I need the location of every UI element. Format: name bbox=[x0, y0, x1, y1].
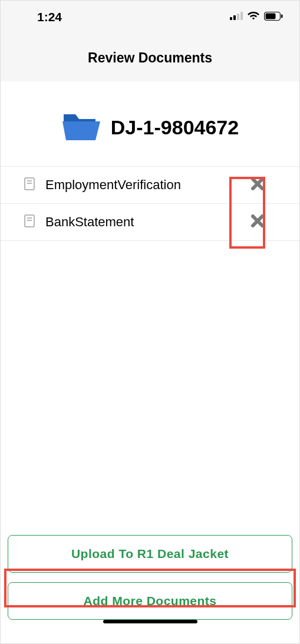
document-name: BankStatement bbox=[45, 214, 251, 230]
document-icon bbox=[24, 214, 35, 230]
folder-icon bbox=[61, 111, 100, 145]
folder-label: DJ-1-9804672 bbox=[111, 117, 239, 138]
delete-button[interactable] bbox=[251, 177, 264, 193]
svg-rect-0 bbox=[230, 17, 232, 20]
document-list: EmploymentVerification BankStatement bbox=[1, 166, 299, 241]
wifi-icon bbox=[248, 12, 259, 23]
add-more-button[interactable]: Add More Documents bbox=[8, 582, 292, 620]
cellular-icon bbox=[230, 12, 243, 22]
svg-rect-1 bbox=[233, 15, 236, 20]
document-name: EmploymentVerification bbox=[45, 177, 251, 193]
svg-rect-5 bbox=[266, 13, 276, 19]
status-time: 1:24 bbox=[37, 10, 62, 24]
document-row: EmploymentVerification bbox=[1, 167, 299, 204]
page-header: Review Documents bbox=[1, 34, 299, 81]
page-title: Review Documents bbox=[1, 50, 299, 66]
button-area: Upload To R1 Deal Jacket Add More Docume… bbox=[1, 535, 299, 629]
folder-section: DJ-1-9804672 bbox=[1, 111, 299, 166]
upload-button[interactable]: Upload To R1 Deal Jacket bbox=[8, 535, 292, 573]
svg-rect-7 bbox=[25, 178, 34, 190]
main-content: DJ-1-9804672 EmploymentVerification bbox=[1, 81, 299, 241]
document-icon bbox=[24, 177, 35, 193]
status-icons bbox=[230, 12, 283, 23]
battery-icon bbox=[264, 12, 283, 23]
svg-rect-3 bbox=[240, 12, 243, 20]
svg-rect-2 bbox=[237, 14, 239, 20]
svg-rect-10 bbox=[25, 215, 34, 227]
document-row: BankStatement bbox=[1, 204, 299, 241]
svg-rect-6 bbox=[281, 14, 283, 18]
status-bar: 1:24 bbox=[1, 1, 299, 34]
delete-button[interactable] bbox=[251, 214, 264, 230]
home-indicator[interactable] bbox=[103, 620, 197, 623]
